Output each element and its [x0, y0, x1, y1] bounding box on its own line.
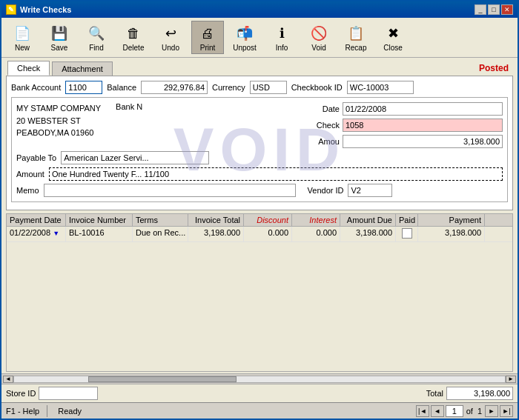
nav-next-button[interactable]: ► — [485, 405, 498, 417]
bank-no-area: Bank N — [101, 102, 310, 148]
tab-bar: Check Attachment Posted — [1, 58, 518, 76]
recap-button[interactable]: 📋 Recap — [340, 21, 372, 54]
col-header-discount: Discount — [244, 214, 292, 226]
amount-text-input[interactable] — [49, 167, 503, 181]
memo-label: Memo — [16, 186, 39, 195]
checkbook-id-input[interactable] — [347, 81, 414, 94]
print-icon: 🖨 — [197, 23, 218, 44]
vendor-id-label: Vendor ID — [308, 186, 344, 195]
cell-invoice: BL-10016 — [66, 227, 133, 241]
col-header-amtdue: Amount Due — [340, 214, 396, 226]
title-bar-left: ✎ Write Checks — [6, 4, 72, 15]
scroll-left-button[interactable]: ◄ — [3, 376, 13, 383]
unpost-label: Unpost — [233, 44, 257, 52]
table-row[interactable]: 01/22/2008 ▼ BL-10016 Due on Rec... 3,19… — [7, 227, 512, 242]
main-form: Bank Account Balance Currency Checkbook … — [6, 76, 513, 210]
cell-amtdue: 3,198.000 — [340, 227, 396, 241]
date-input[interactable] — [343, 102, 503, 116]
date-label: Date — [310, 104, 340, 113]
delete-label: Delete — [123, 44, 145, 52]
recap-label: Recap — [346, 44, 367, 52]
company-address2: PEABODY,MA 01960 — [16, 127, 101, 139]
check-no-row: Check — [310, 119, 503, 132]
window-title: Write Checks — [20, 5, 72, 14]
store-id-section: Store ID — [6, 387, 98, 400]
check-label: Check — [310, 121, 340, 130]
check-top-row: MY STAMP COMPANY 20 WEBSTER ST PEABODY,M… — [16, 102, 503, 148]
col-header-terms: Terms — [133, 214, 188, 226]
find-button[interactable]: 🔍 Find — [80, 21, 113, 54]
store-id-input[interactable] — [39, 387, 98, 400]
payable-to-label: Payable To — [16, 153, 56, 162]
memo-vendor-row: Memo Vendor ID — [16, 184, 503, 197]
nav-prev-button[interactable]: ◄ — [431, 405, 444, 417]
grid-header: Payment Date Invoice Number Terms Invoic… — [7, 214, 512, 227]
info-button[interactable]: ℹ Info — [265, 21, 298, 54]
unpost-button[interactable]: 📬 Unpost — [228, 21, 261, 54]
tab-check[interactable]: Check — [7, 61, 50, 76]
scrollbar-thumb[interactable] — [88, 376, 237, 382]
close-icon: ✖ — [383, 23, 403, 44]
close-button[interactable]: ✖ Close — [377, 21, 409, 54]
header-fields-row: Bank Account Balance Currency Checkbook … — [11, 81, 508, 94]
page-number-input[interactable] — [446, 405, 463, 417]
horizontal-scrollbar[interactable]: ◄ ► — [1, 373, 518, 384]
undo-icon: ↩ — [160, 23, 181, 44]
amount-input[interactable] — [343, 135, 503, 148]
delete-button[interactable]: 🗑 Delete — [117, 21, 150, 54]
currency-label: Currency — [212, 83, 245, 92]
print-label: Print — [200, 44, 216, 52]
save-button[interactable]: 💾 Save — [43, 21, 76, 54]
total-section: Total — [426, 387, 513, 400]
store-id-label: Store ID — [6, 389, 36, 398]
tab-attachment[interactable]: Attachment — [52, 61, 113, 76]
checkbook-id-label: Checkbook ID — [291, 83, 343, 92]
void-button[interactable]: 🚫 Void — [303, 21, 335, 54]
maximize-button[interactable]: □ — [488, 4, 500, 15]
app-icon: ✎ — [6, 4, 16, 15]
currency-input[interactable] — [250, 81, 287, 94]
delete-icon: 🗑 — [123, 23, 144, 44]
close-window-button[interactable]: ✕ — [501, 4, 513, 15]
print-button[interactable]: 🖨 Print — [191, 21, 224, 54]
info-label: Info — [276, 44, 288, 52]
undo-button[interactable]: ↩ Undo — [154, 21, 187, 54]
undo-label: Undo — [162, 44, 179, 52]
minimize-button[interactable]: _ — [475, 4, 486, 15]
page-of-label: of — [465, 407, 475, 416]
company-address1: 20 WEBSTER ST — [16, 115, 101, 127]
posted-badge: Posted — [479, 63, 512, 73]
find-label: Find — [89, 44, 103, 52]
scroll-right-button[interactable]: ► — [506, 376, 516, 383]
save-icon: 💾 — [49, 23, 70, 44]
cell-discount: 0.000 — [244, 227, 292, 241]
memo-input[interactable] — [44, 184, 296, 197]
cell-total: 3,198.000 — [188, 227, 244, 241]
payable-to-input[interactable] — [61, 151, 209, 164]
amount-right-row: Amou — [310, 135, 503, 148]
scrollbar-track[interactable] — [13, 376, 506, 383]
new-button[interactable]: 📄 New — [6, 21, 39, 54]
amount-label: Amou — [310, 137, 340, 146]
paid-checkbox[interactable] — [402, 228, 412, 239]
page-total: 1 — [476, 407, 483, 416]
info-icon: ℹ — [271, 23, 292, 44]
title-controls: _ □ ✕ — [475, 4, 513, 15]
status-separator — [47, 405, 47, 417]
col-header-invoice: Invoice Number — [66, 214, 133, 226]
nav-first-button[interactable]: |◄ — [416, 405, 429, 417]
vendor-id-input[interactable] — [348, 184, 392, 197]
total-label: Total — [426, 389, 443, 398]
col-header-payment: Payment — [418, 214, 485, 226]
total-input[interactable] — [446, 387, 513, 400]
payment-grid: Payment Date Invoice Number Terms Invoic… — [6, 213, 513, 372]
check-number-input[interactable] — [343, 119, 503, 132]
check-area: VOID MY STAMP COMPANY 20 WEBSTER ST PEAB… — [11, 97, 508, 202]
main-window: ✎ Write Checks _ □ ✕ 📄 New 💾 Save 🔍 Find… — [0, 0, 519, 420]
bank-account-input[interactable] — [65, 81, 102, 94]
col-header-total: Invoice Total — [188, 214, 244, 226]
nav-last-button[interactable]: ►| — [500, 405, 513, 417]
new-label: New — [15, 44, 30, 52]
balance-input[interactable] — [141, 81, 208, 94]
cell-paid[interactable] — [396, 227, 418, 241]
